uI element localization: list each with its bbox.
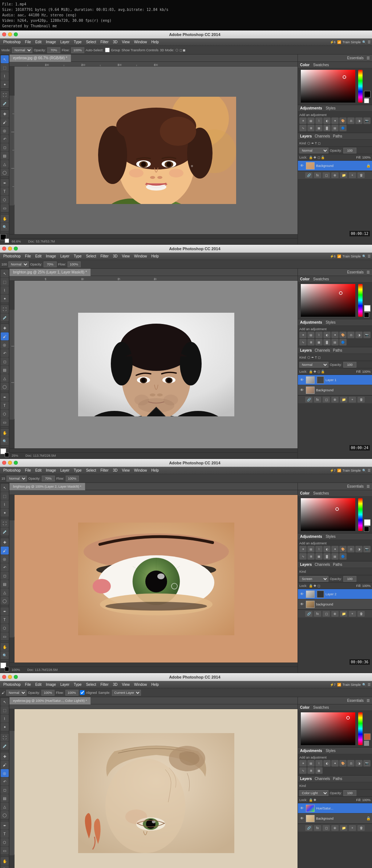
hue-bar-2[interactable] bbox=[358, 284, 363, 317]
lfb-mask-4[interactable]: ◻ bbox=[323, 825, 330, 831]
menu-select-2[interactable]: Select bbox=[84, 254, 98, 259]
wand-4[interactable]: ✦ bbox=[1, 723, 9, 731]
wand-3[interactable]: ✦ bbox=[1, 509, 9, 517]
color-gradient-2[interactable] bbox=[299, 284, 357, 317]
bg-4[interactable] bbox=[364, 741, 369, 746]
mode-3[interactable]: Normal bbox=[7, 476, 27, 481]
ai12-4[interactable]: ▦ bbox=[315, 767, 323, 774]
ai3-3[interactable]: ⌇ bbox=[315, 546, 323, 552]
adj-ch-2[interactable]: ∿ bbox=[299, 339, 307, 345]
minimize-btn-2[interactable] bbox=[8, 247, 12, 251]
layer-mask-btn-2[interactable]: ◻ bbox=[323, 397, 330, 403]
healing-tool-2[interactable]: ✚ bbox=[1, 324, 9, 332]
blur-4[interactable]: △ bbox=[1, 803, 9, 811]
layer-adj-btn-2[interactable]: ⊕ bbox=[331, 397, 339, 403]
zoom-tool[interactable]: 🔍 bbox=[1, 223, 9, 231]
crop-tool-2[interactable]: ⛶ bbox=[1, 305, 9, 313]
layer-background-1[interactable]: 👁 Background 🔒 bbox=[298, 161, 372, 171]
layer-fx-btn-1[interactable]: fx bbox=[314, 172, 321, 178]
brush-tool[interactable]: 🖌 bbox=[1, 118, 9, 126]
menu-view-2[interactable]: View bbox=[120, 254, 132, 259]
pen-tool-2[interactable]: ✒ bbox=[1, 393, 9, 401]
menu-file-2[interactable]: File bbox=[23, 254, 33, 259]
mode-4[interactable]: Normal bbox=[6, 690, 27, 696]
bg-color-2[interactable] bbox=[364, 312, 369, 317]
magic-wand-tool[interactable]: ✦ bbox=[1, 80, 9, 88]
hand-tool[interactable]: ✋ bbox=[1, 215, 9, 223]
heal-4[interactable]: ✚ bbox=[1, 752, 9, 760]
eye-4[interactable]: 💉 bbox=[1, 742, 9, 750]
menu-v-4[interactable]: View bbox=[120, 682, 132, 687]
auto-select-checkbox-1[interactable] bbox=[105, 48, 110, 52]
layer-bg-2[interactable]: 👁 Background bbox=[298, 385, 372, 395]
brush-3[interactable]: 🖌 bbox=[1, 547, 9, 555]
menu-i-3[interactable]: Image bbox=[44, 468, 58, 473]
menu-e-4[interactable]: Edit bbox=[33, 682, 43, 687]
menu-3d-2[interactable]: 3D bbox=[111, 254, 120, 259]
move-tool[interactable]: ↖ bbox=[1, 55, 9, 63]
menu-s-4[interactable]: Select bbox=[84, 682, 98, 687]
adj-brightness[interactable]: ☀ bbox=[299, 117, 307, 124]
menu-t-4[interactable]: Type bbox=[72, 682, 84, 687]
adj-curves[interactable]: ⌇ bbox=[315, 117, 323, 124]
layer-opacity-2[interactable] bbox=[343, 362, 356, 368]
selection-tool-2[interactable]: ⬚ bbox=[1, 278, 9, 286]
foreground-color-1[interactable] bbox=[364, 91, 371, 97]
menu-v-3[interactable]: View bbox=[120, 468, 132, 473]
maximize-btn-1[interactable] bbox=[14, 32, 18, 36]
aligned-cb-4[interactable] bbox=[80, 690, 85, 695]
menu-window-2[interactable]: Window bbox=[132, 254, 149, 259]
ai7-4[interactable]: ⚖ bbox=[347, 760, 355, 767]
eye-bg-3[interactable]: 👁 bbox=[299, 602, 304, 607]
sel-3[interactable]: ⬚ bbox=[1, 492, 9, 500]
hue-bar-3[interactable] bbox=[358, 498, 363, 531]
ai1-3[interactable]: ☀ bbox=[299, 546, 307, 552]
layer-opacity-1[interactable] bbox=[343, 148, 356, 153]
adj-ph-i-2[interactable]: 📷 bbox=[363, 332, 371, 338]
adj-cv-2[interactable]: ⌇ bbox=[315, 332, 323, 338]
maximize-btn-2[interactable] bbox=[14, 247, 18, 251]
maximize-btn-3[interactable] bbox=[14, 461, 18, 465]
history-brush-tool[interactable]: ↶ bbox=[1, 135, 9, 143]
menu-3d-4[interactable]: 3D bbox=[111, 682, 120, 687]
hand-tool-2[interactable]: ✋ bbox=[1, 429, 9, 437]
menu-l-4[interactable]: Layer bbox=[58, 682, 71, 687]
lfb-fx-4[interactable]: fx bbox=[314, 825, 321, 831]
layer-eye-bg-2[interactable]: 👁 bbox=[299, 388, 304, 393]
menu-type[interactable]: Type bbox=[72, 40, 84, 44]
ai2-4[interactable]: ▤ bbox=[307, 760, 315, 767]
ai4-3[interactable]: ◐ bbox=[323, 546, 331, 552]
lfb-folder-4[interactable]: 📁 bbox=[340, 825, 347, 831]
layer-del-btn-1[interactable]: 🗑 bbox=[357, 172, 365, 178]
adj-gr-2[interactable]: ▤ bbox=[331, 339, 339, 345]
ai2-3[interactable]: ▤ bbox=[307, 546, 315, 552]
layer-bg-4[interactable]: 👁 Background 🔒 bbox=[298, 813, 372, 824]
adj-lv-2[interactable]: ▤ bbox=[307, 332, 315, 338]
menu-file[interactable]: File bbox=[23, 40, 33, 44]
magic-wand-tool-2[interactable]: ✦ bbox=[1, 295, 9, 303]
text-4[interactable]: T bbox=[1, 830, 9, 838]
ai11-3[interactable]: ⊞ bbox=[307, 553, 315, 560]
blend-mode-select-1[interactable]: Normal bbox=[12, 47, 32, 53]
erase-4[interactable]: ◻ bbox=[1, 786, 9, 794]
layer-folder-btn-2[interactable]: 📁 bbox=[340, 397, 347, 403]
colors-3[interactable] bbox=[0, 663, 9, 671]
zoom-4[interactable]: 🔍 bbox=[1, 865, 9, 868]
layer-mask-btn-1[interactable]: ◻ bbox=[323, 172, 330, 178]
grad-4[interactable]: ▤ bbox=[1, 794, 9, 802]
zoom-3[interactable]: 🔍 bbox=[1, 651, 9, 659]
lfb-fx-3[interactable]: fx bbox=[314, 611, 321, 617]
eyedropper-tool[interactable]: 💉 bbox=[1, 99, 9, 107]
eye-hsl-4[interactable]: 👁 bbox=[299, 806, 304, 811]
layer-mode-select-1[interactable]: Normal bbox=[299, 148, 328, 153]
menu-w-4[interactable]: Window bbox=[132, 682, 149, 687]
menu-image-2[interactable]: Image bbox=[44, 254, 58, 259]
shape-tool-2[interactable]: ▭ bbox=[1, 418, 9, 426]
ai11-4[interactable]: ⊞ bbox=[307, 767, 315, 774]
sel-4[interactable]: ⬚ bbox=[1, 706, 9, 714]
menu-view[interactable]: View bbox=[120, 40, 132, 44]
ai6-4[interactable]: 🎨 bbox=[339, 760, 347, 767]
adj-photo[interactable]: 📷 bbox=[363, 117, 371, 124]
adj-hs-2[interactable]: 🎨 bbox=[339, 332, 347, 338]
menu-photoshop[interactable]: Photoshop bbox=[1, 40, 23, 44]
